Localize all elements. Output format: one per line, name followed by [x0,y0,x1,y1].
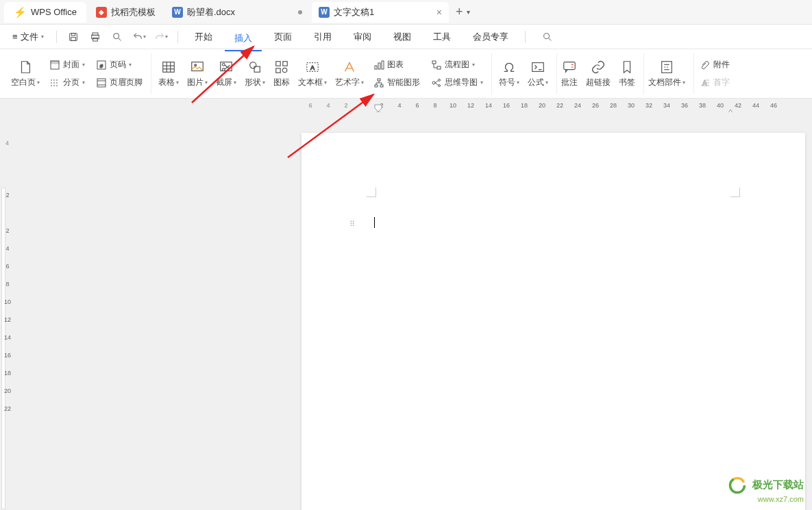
svg-point-7 [543,33,549,38]
tab-list-dropdown[interactable]: ▾ [467,8,470,16]
blank-page-button[interactable]: 空白页▾ [7,53,44,94]
menu-view[interactable]: 视图 [384,28,421,46]
label: 页码 [110,59,126,71]
svg-rect-1 [71,33,75,35]
smart-icon [373,77,384,88]
tab-label: 找稻壳模板 [111,6,156,18]
svg-rect-2 [71,37,75,40]
ruler-tick: 4 [319,102,337,109]
paragraph-handle-icon[interactable]: ⠿ [349,220,354,229]
textbox-button[interactable]: A 文本框▾ [294,53,331,94]
link-icon [590,59,606,75]
cover-button[interactable]: 封面▾ [49,57,85,73]
ruler-tick: 4 [391,102,408,109]
svg-text:#: # [100,63,103,69]
menu-start[interactable]: 开始 [185,28,222,46]
menu-member[interactable]: 会员专享 [463,28,518,46]
label: 符号 [499,77,515,88]
ruler-tick: 6 [302,102,319,109]
label: 封面 [63,59,79,71]
menu-page[interactable]: 页面 [264,28,302,46]
attachment-button[interactable]: 附件 [700,57,730,73]
label: 首字 [713,77,730,88]
file-menu[interactable]: ≡ 文件 ▾ [7,28,49,46]
svg-rect-27 [276,62,280,66]
flowchart-button[interactable]: 流程图▾ [431,57,483,73]
wordart-button[interactable]: 艺术字▾ [331,53,368,94]
app-tab[interactable]: ⚡ WPS Office [4,2,86,23]
close-tab-icon[interactable]: × [436,7,442,18]
ruler-tick: 24 [569,102,587,109]
bookmark-icon [619,59,635,75]
picture-button[interactable]: 图片▾ [183,53,212,94]
label: 空白页 [11,77,36,88]
menu-references[interactable]: 引用 [304,28,341,46]
equation-icon [530,59,546,75]
horizontal-ruler[interactable]: 6 4 2 2 4 6 8 10 12 14 16 18 20 22 24 26… [0,99,812,112]
pagenum-icon: # [96,60,107,71]
break-icon [49,77,60,88]
ribbon-insert: 空白页▾ 封面▾ 分页▾ #页码▾ 页眉页脚 表格▾ 图片▾ 截屏▾ 形状▾ 图… [0,49,812,99]
page-number-button[interactable]: #页码▾ [96,57,143,73]
svg-rect-28 [283,62,287,66]
ruler-tick: 6 [4,257,11,275]
save-button[interactable] [65,29,82,45]
menu-review[interactable]: 审阅 [344,28,381,46]
ruler-tick: 46 [765,102,783,109]
header-footer-button[interactable]: 页眉页脚 [96,75,143,91]
watermark: 极光下载站 www.xz7.com [728,476,804,503]
equation-button[interactable]: 公式▾ [524,53,557,94]
print-button[interactable] [87,29,103,45]
print-preview-button[interactable] [109,29,125,45]
ruler-tick: 2 [4,222,11,240]
ruler-tick: 16 [4,346,11,364]
document-canvas: 4 2 2 4 6 8 10 12 14 16 18 20 22 ⠿ [0,112,812,510]
label: 公式 [528,77,544,88]
icons-button[interactable]: 图标 [269,53,294,94]
smart-graphic-button[interactable]: 智能图形 [373,75,420,91]
chart-button[interactable]: 图表 [373,57,420,73]
dropcap-button[interactable]: A首字 [700,75,730,91]
docer-icon: ◆ [96,7,107,18]
label: 图标 [273,77,290,88]
unsaved-indicator-icon [298,10,302,14]
tab-document-1[interactable]: W 盼望着.docx [165,2,309,23]
svg-point-41 [432,81,435,84]
screenshot-button[interactable]: 截屏▾ [212,53,241,94]
word-icon: W [172,7,183,18]
shapes-button[interactable]: 形状▾ [241,53,269,94]
menu-tools[interactable]: 工具 [423,28,460,46]
dropcap-icon: A [700,77,711,88]
bookmark-button[interactable]: 书签 [615,53,644,94]
tab-templates[interactable]: ◆ 找稻壳模板 [89,2,162,23]
page-break-button[interactable]: 分页▾ [49,75,85,91]
doc-parts-button[interactable]: 文档部件▾ [644,53,694,94]
comment-button[interactable]: 批注 [557,53,582,94]
mindmap-button[interactable]: 思维导图▾ [431,75,483,91]
label: 形状 [245,77,261,88]
ruler-tick: 4 [5,140,9,146]
omega-icon [501,59,517,75]
label: 图表 [387,59,404,71]
vertical-ruler[interactable]: 4 2 2 4 6 8 10 12 14 16 18 20 22 [0,112,16,510]
document-page[interactable]: ⠿ [302,133,805,510]
ruler-tick: 10 [4,293,11,311]
label: 表格 [158,77,175,88]
redo-button[interactable]: ▾ [153,29,169,45]
symbol-button[interactable]: 符号▾ [495,53,524,94]
page-icon [17,59,34,75]
table-button[interactable]: 表格▾ [154,53,183,94]
mindmap-icon [431,77,442,88]
margin-corner-icon [730,188,740,197]
hyperlink-button[interactable]: 超链接 [582,53,615,94]
label: 批注 [561,77,578,88]
label: 超链接 [586,77,611,88]
tab-document-2[interactable]: W 文字文稿1 × [312,2,449,23]
svg-point-24 [223,64,225,66]
menu-insert[interactable]: 插入 [225,29,262,51]
watermark-title: 极光下载站 [752,479,804,490]
search-button[interactable] [539,29,556,45]
svg-text:A: A [310,64,315,71]
new-tab-button[interactable]: + [456,5,463,19]
undo-button[interactable]: ▾ [131,29,147,45]
